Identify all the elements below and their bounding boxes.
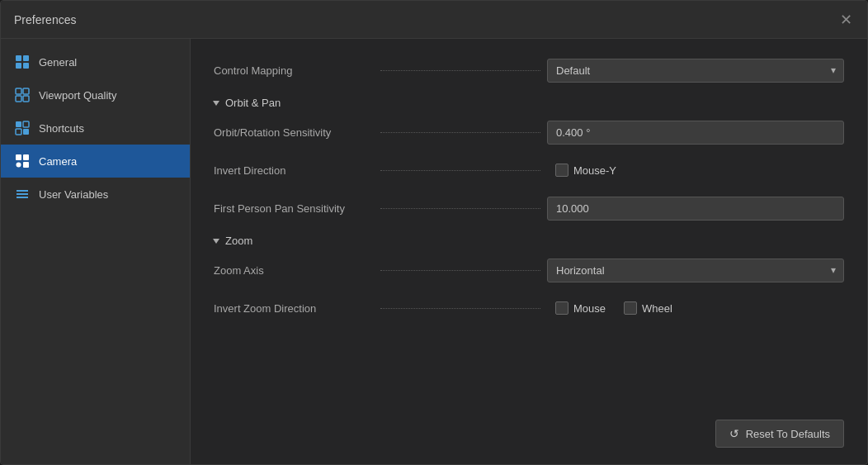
- svg-rect-10: [16, 129, 21, 135]
- first-person-pan-label: First Person Pan Sensitivity: [214, 202, 374, 215]
- window-title: Preferences: [14, 13, 76, 26]
- orbit-pan-section-label: Orbit & Pan: [225, 97, 281, 109]
- general-icon: [14, 54, 31, 70]
- svg-rect-11: [23, 129, 29, 135]
- wheel-zoom-label: Wheel: [642, 302, 672, 315]
- svg-rect-1: [23, 55, 29, 61]
- reset-button-label: Reset To Defaults: [746, 428, 830, 440]
- mouse-checkbox[interactable]: [555, 301, 568, 315]
- viewport-quality-icon: [14, 87, 31, 103]
- dotted-separator-4: [380, 208, 540, 209]
- wheel-checkbox-label[interactable]: Wheel: [624, 301, 672, 315]
- zoom-axis-row: Zoom Axis Horizontal Vertical ▾: [214, 255, 844, 285]
- sidebar: General Viewport Quality: [1, 39, 191, 464]
- svg-rect-15: [23, 162, 29, 168]
- zoom-axis-label: Zoom Axis: [214, 264, 374, 277]
- sidebar-item-general[interactable]: General: [1, 45, 190, 78]
- title-bar: Preferences ✕: [1, 1, 867, 39]
- close-button[interactable]: ✕: [837, 12, 854, 28]
- invert-zoom-row: Invert Zoom Direction Mouse Wheel: [214, 293, 844, 323]
- zoom-collapse-icon[interactable]: [213, 239, 219, 244]
- control-mapping-select[interactable]: Default Custom: [547, 59, 844, 83]
- main-panel: Control Mapping Default Custom ▾ Orbit &…: [191, 39, 867, 464]
- control-mapping-row: Control Mapping Default Custom ▾: [214, 55, 844, 85]
- svg-rect-12: [16, 154, 21, 160]
- first-person-pan-input[interactable]: 10.000: [547, 197, 844, 221]
- reset-icon: ↺: [729, 427, 739, 440]
- first-person-pan-control: 10.000: [547, 197, 844, 221]
- svg-rect-9: [23, 121, 29, 127]
- svg-point-14: [17, 163, 21, 168]
- svg-rect-4: [16, 88, 21, 94]
- mouse-y-checkbox[interactable]: [555, 164, 568, 177]
- sidebar-item-viewport-quality[interactable]: Viewport Quality: [1, 78, 190, 112]
- wheel-checkbox[interactable]: [624, 301, 637, 315]
- dotted-separator-5: [380, 270, 540, 271]
- orbit-pan-collapse-icon[interactable]: [213, 101, 219, 106]
- svg-rect-2: [16, 63, 21, 69]
- mouse-y-label: Mouse-Y: [573, 164, 616, 177]
- svg-rect-13: [23, 154, 29, 160]
- camera-icon: [14, 153, 31, 169]
- control-mapping-select-wrapper: Default Custom ▾: [547, 59, 844, 83]
- orbit-sensitivity-input[interactable]: 0.400 °: [547, 121, 844, 145]
- sidebar-item-camera[interactable]: Camera: [1, 145, 190, 178]
- sidebar-item-user-variables-label: User Variables: [39, 188, 108, 201]
- svg-rect-5: [23, 88, 29, 94]
- close-icon: ✕: [840, 12, 852, 27]
- svg-rect-6: [16, 96, 21, 102]
- zoom-axis-control: Horizontal Vertical ▾: [547, 259, 844, 282]
- svg-rect-7: [23, 96, 29, 102]
- zoom-section-label: Zoom: [225, 235, 252, 247]
- first-person-pan-row: First Person Pan Sensitivity 10.000: [214, 193, 844, 223]
- sidebar-item-user-variables[interactable]: User Variables: [1, 178, 190, 211]
- mouse-checkbox-label[interactable]: Mouse: [555, 301, 606, 315]
- orbit-pan-section-header: Orbit & Pan: [214, 97, 844, 109]
- invert-direction-control: Mouse-Y: [547, 159, 844, 182]
- invert-direction-label: Invert Direction: [214, 164, 374, 177]
- orbit-sensitivity-label: Orbit/Rotation Sensitivity: [214, 126, 374, 139]
- dotted-separator-6: [380, 308, 540, 309]
- invert-direction-row: Invert Direction Mouse-Y: [214, 155, 844, 185]
- preferences-window: Preferences ✕ General: [0, 0, 868, 465]
- mouse-y-checkbox-label[interactable]: Mouse-Y: [555, 164, 616, 177]
- orbit-sensitivity-row: Orbit/Rotation Sensitivity 0.400 °: [214, 117, 844, 147]
- control-mapping-label: Control Mapping: [214, 64, 374, 77]
- svg-rect-8: [16, 121, 21, 127]
- zoom-section-header: Zoom: [214, 235, 844, 247]
- svg-rect-0: [16, 55, 21, 61]
- dotted-separator: [380, 70, 540, 71]
- sidebar-item-shortcuts-label: Shortcuts: [39, 122, 84, 135]
- zoom-axis-select[interactable]: Horizontal Vertical: [547, 259, 844, 282]
- dotted-separator-2: [380, 132, 540, 133]
- sidebar-item-camera-label: Camera: [39, 155, 77, 168]
- sidebar-item-general-label: General: [39, 56, 77, 69]
- invert-zoom-control: Mouse Wheel: [547, 297, 844, 320]
- zoom-axis-select-wrapper: Horizontal Vertical ▾: [547, 259, 844, 282]
- mouse-zoom-label: Mouse: [573, 302, 606, 315]
- content-area: General Viewport Quality: [1, 39, 867, 464]
- orbit-sensitivity-control: 0.400 °: [547, 121, 844, 145]
- user-variables-icon: [14, 186, 31, 202]
- sidebar-item-shortcuts[interactable]: Shortcuts: [1, 112, 190, 145]
- dotted-separator-3: [380, 170, 540, 171]
- shortcuts-icon: [14, 120, 31, 136]
- invert-zoom-label: Invert Zoom Direction: [214, 302, 374, 315]
- reset-to-defaults-button[interactable]: ↺ Reset To Defaults: [715, 420, 844, 448]
- sidebar-item-viewport-quality-label: Viewport Quality: [39, 89, 116, 102]
- svg-rect-3: [23, 63, 29, 69]
- control-mapping-control: Default Custom ▾: [547, 59, 844, 83]
